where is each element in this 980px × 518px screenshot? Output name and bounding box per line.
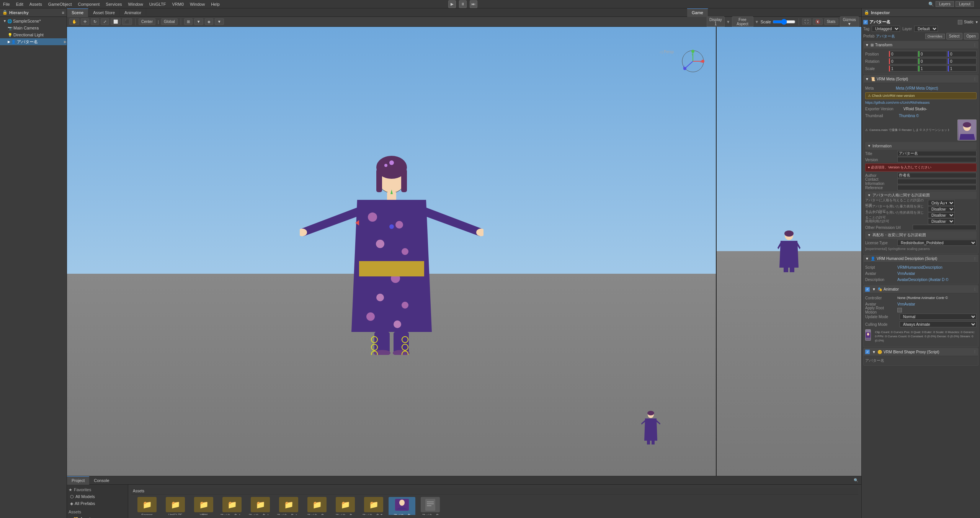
asset-folder-7[interactable]: 📁 アバター名... xyxy=(332,497,359,515)
tab-animator[interactable]: Animator xyxy=(120,8,146,17)
global-btn[interactable]: Global xyxy=(161,18,178,25)
asset-folder-4[interactable]: 📁 アバター名.A... xyxy=(247,497,274,515)
animator-arrow[interactable]: ▼ xyxy=(872,287,876,291)
hierarchy-item-samplescene[interactable]: ▼ 🌐 SampleScene* xyxy=(0,18,67,25)
redistribution-section[interactable]: ▼ 再配布・改変に関する許諾範囲 xyxy=(865,231,977,239)
asset-folder-6[interactable]: 📁 アバター名... xyxy=(304,497,330,515)
game-mute[interactable]: 🔇 xyxy=(813,18,823,25)
hierarchy-item-avatar[interactable]: ▶ 👤 アバター名 ▶ xyxy=(0,38,67,45)
scene-gizmo-move[interactable]: ✛ xyxy=(81,18,89,25)
reference-input[interactable] xyxy=(897,185,977,190)
animator-active-cb[interactable]: ✓ xyxy=(865,287,870,292)
menu-unigltf[interactable]: UniGLTF xyxy=(149,2,166,7)
menu-assets[interactable]: Assets xyxy=(29,2,42,7)
asset-folder-5[interactable]: 📁 アバター名.A... xyxy=(275,497,302,515)
open-btn[interactable]: Open xyxy=(964,33,978,39)
tab-game[interactable]: Game xyxy=(687,8,708,17)
vrm-blend-more[interactable]: ⋮ xyxy=(973,350,977,354)
menu-window[interactable]: Window xyxy=(128,2,143,7)
other-permission-input[interactable] xyxy=(913,225,977,230)
culling-mode-select[interactable]: Always Animate xyxy=(900,321,977,327)
scene-extra3[interactable]: ▼ xyxy=(215,18,224,25)
menu-services[interactable]: Services xyxy=(106,2,122,7)
tag-select[interactable]: Untagged xyxy=(872,26,900,32)
vrm-humanoid-arrow[interactable]: ▼ xyxy=(865,257,869,261)
tab-scene[interactable]: Scene xyxy=(67,8,88,17)
layout-dropdown[interactable]: Layout xyxy=(956,1,974,7)
update-mode-select[interactable]: Normal xyxy=(900,314,977,320)
vrm-meta-more[interactable]: ⋮ xyxy=(973,77,977,81)
search-icon[interactable]: 🔍 xyxy=(928,2,934,7)
asset-folder-8[interactable]: 📁 アバター名.T... xyxy=(360,497,387,515)
vrm-humanoid-more[interactable]: ⋮ xyxy=(973,257,977,261)
rot-x-field[interactable] xyxy=(889,58,918,64)
game-maximize[interactable]: ⛶ xyxy=(802,18,811,25)
scene-gizmo-hand[interactable]: ✋ xyxy=(69,18,79,25)
scene-grid-btn[interactable]: ⊞ xyxy=(184,18,193,25)
layers-dropdown[interactable]: Layers xyxy=(936,1,954,7)
inspector-lock-icon[interactable]: 🔒 xyxy=(864,10,869,15)
rot-z-field[interactable] xyxy=(948,58,977,64)
avatar-active-toggle[interactable]: ✓ xyxy=(863,20,868,25)
pause-button[interactable]: ⏸ xyxy=(459,0,467,8)
select-btn[interactable]: Select xyxy=(946,33,962,39)
scale-y-field[interactable] xyxy=(918,65,947,72)
step-button[interactable]: ⏭ xyxy=(470,0,477,8)
transform-more[interactable]: ⋮ xyxy=(973,43,977,47)
pos-x-field[interactable] xyxy=(889,51,918,57)
scale-slider[interactable] xyxy=(773,19,795,25)
menu-file[interactable]: File xyxy=(3,2,10,7)
contact-input[interactable] xyxy=(897,179,977,184)
sidebar-all-prefabs[interactable]: ◈ All Prefabs xyxy=(67,500,128,507)
transform-arrow[interactable]: ▼ xyxy=(865,43,869,47)
author-input[interactable] xyxy=(897,173,977,178)
animator-more[interactable]: ⋮ xyxy=(973,288,977,291)
alter-dropdown[interactable]: Only Au▼ xyxy=(928,200,955,206)
play-button[interactable]: ▶ xyxy=(448,0,456,8)
information-section[interactable]: ▼ Information xyxy=(865,142,977,150)
violent-dropdown[interactable]: Disallow▼ xyxy=(928,206,955,212)
hierarchy-menu-icon[interactable]: ≡ xyxy=(62,10,64,15)
project-search-icon[interactable]: 🔍 xyxy=(854,478,861,482)
asset-file-avatar[interactable]: アバター名 xyxy=(389,497,415,515)
game-gizmos[interactable]: Gizmos ▼ xyxy=(840,16,859,27)
rot-y-field[interactable] xyxy=(918,58,947,64)
version-input[interactable] xyxy=(897,157,977,162)
license-dropdown[interactable]: Redistribution_Prohibited xyxy=(897,240,977,246)
asset-file-2[interactable]: アバター名 xyxy=(417,497,444,515)
scene-gizmo-rotate[interactable]: ↻ xyxy=(91,18,99,25)
game-stats[interactable]: Stats xyxy=(824,18,838,25)
avatar-expand-icon[interactable]: ▶ xyxy=(64,40,67,44)
center-btn[interactable]: Center xyxy=(139,18,155,25)
scene-gizmo-rect[interactable]: ⬜ xyxy=(111,18,121,25)
tab-asset-store[interactable]: Asset Store xyxy=(88,8,120,17)
pos-y-field[interactable] xyxy=(918,51,947,57)
vrm-blend-arrow[interactable]: ▼ xyxy=(872,350,876,354)
asset-folder-3[interactable]: 📁 アバター名.A... xyxy=(219,497,245,515)
vrm-link[interactable]: https://github.com/vrm-c/UniVRM/releases xyxy=(865,100,977,105)
menu-edit[interactable]: Edit xyxy=(16,2,23,7)
asset-folder-scenes[interactable]: 📁 Scenes xyxy=(134,497,160,515)
overrides-btn[interactable]: Overrides xyxy=(925,34,945,39)
scale-z-field[interactable] xyxy=(948,65,977,72)
scene-extra2[interactable]: ◈ xyxy=(205,18,213,25)
apply-root-cb[interactable] xyxy=(897,308,902,312)
menu-vrm0[interactable]: VRM0 xyxy=(172,2,184,7)
menu-gameobject[interactable]: GameObject xyxy=(48,2,72,7)
menu-component[interactable]: Component xyxy=(78,2,100,7)
tab-console[interactable]: Console xyxy=(89,476,114,485)
hierarchy-item-directionallight[interactable]: 💡 Directional Light xyxy=(0,31,67,38)
title-input[interactable] xyxy=(897,151,977,156)
static-dropdown-icon[interactable]: ▼ xyxy=(975,20,978,24)
sidebar-all-models[interactable]: ⬡ All Models xyxy=(67,493,128,500)
scene-extra1[interactable]: ▼ xyxy=(194,18,203,25)
asset-folder-unigltf[interactable]: 📁 UniGLTF xyxy=(162,497,189,515)
static-checkbox[interactable]: Static ▼ xyxy=(958,20,978,25)
game-aspect-btn[interactable]: Free Aspect xyxy=(732,16,753,27)
scale-x-field[interactable] xyxy=(889,65,918,72)
tab-project[interactable]: Project xyxy=(67,476,89,485)
pos-z-field[interactable] xyxy=(948,51,977,57)
hierarchy-lock-icon[interactable]: 🔒 xyxy=(2,10,8,15)
game-display-btn[interactable]: Display 1 xyxy=(707,16,725,27)
menu-window2[interactable]: Window xyxy=(190,2,205,7)
